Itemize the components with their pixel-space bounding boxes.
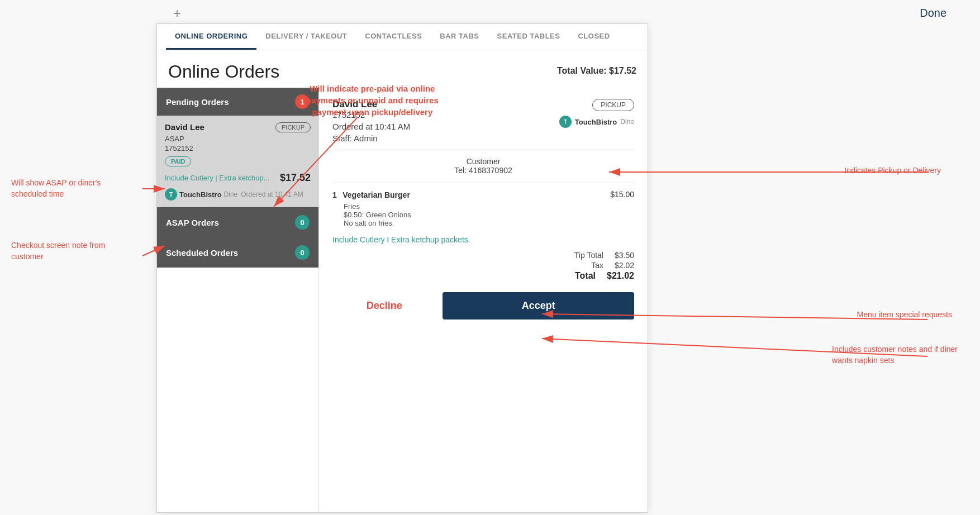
pending-orders-title: Pending Orders [166,97,229,107]
right-panel: David Lee 1752152 Ordered at 10:41 AM St… [319,88,648,512]
content-wrapper: Pending Orders 1 David Lee PICKUP ASAP 1… [157,88,648,512]
tb-dine: Dine [224,190,238,198]
page-title: Online Orders [168,61,279,82]
order-source: T TouchBistro Dine Ordered at 10:41 AM [165,188,311,201]
detail-tb-brand: TouchBistro [575,118,617,126]
accept-button[interactable]: Accept [443,292,634,320]
add-icon[interactable]: + [173,6,181,21]
totals-section: Tip Total $3.50 Tax $2.02 Total $21.02 [332,251,634,281]
tax-row: Tax $2.02 [332,261,634,270]
tax-value: $2.02 [615,261,634,270]
customer-tel: Tel: 4168370902 [332,166,634,175]
detail-pickup-badge: PICKUP [592,99,634,111]
scheduled-orders-badge: 0 [295,245,310,260]
customer-note: Include Cutlery I Extra ketchup packets. [332,235,634,244]
detail-staff: Staff: Admin [332,133,410,143]
detail-ordered-at: Ordered at 10:41 AM [332,122,410,131]
order-pickup-badge: PICKUP [275,122,311,132]
customer-label: Customer [332,157,634,166]
tab-bar-tabs[interactable]: BAR TABS [431,24,488,50]
item-modifier-1: Fries [344,202,634,211]
action-buttons: Decline Accept [332,292,634,320]
divider-2 [332,183,634,183]
tab-seated-tables[interactable]: SEATED TABLES [488,24,569,50]
paid-badge: PAID [165,156,191,166]
pending-orders-header: Pending Orders 1 [157,88,318,116]
total-label: Total [575,271,596,281]
divider-1 [332,150,634,150]
tab-online-ordering[interactable]: ONLINE ORDERING [166,24,256,50]
order-time: ASAP [165,135,311,143]
tb-logo-right: T TouchBistro Dine [559,116,634,128]
annotation-menu-special: Menu item special requests [857,309,952,321]
item-name: Vegetarian Burger [342,190,410,199]
order-id: 1752152 [165,144,311,152]
scheduled-orders-header[interactable]: Scheduled Orders 0 [157,237,318,268]
scheduled-orders-title: Scheduled Orders [166,248,238,258]
order-card[interactable]: David Lee PICKUP ASAP 1752152 PAID Inclu… [157,116,318,207]
annotation-asap: Will show ASAP or diner'sscheduled time [11,178,101,199]
order-notes: Include Cutlery | Extra ketchup... [165,174,270,182]
total-row: Total $21.02 [332,271,634,281]
total-value-detail: $21.02 [607,271,634,281]
tab-delivery-takeout[interactable]: DELIVERY / TAKEOUT [256,24,356,50]
left-panel: Pending Orders 1 David Lee PICKUP ASAP 1… [157,88,319,512]
table-row: 1 Vegetarian Burger $15.00 [332,190,634,200]
total-value: Total Value: $17.52 [557,61,636,76]
item-price: $15.00 [610,190,634,199]
page-header: Online Orders Total Value: $17.52 [157,50,648,88]
detail-tb-icon: T [559,116,572,128]
asap-orders-header[interactable]: ASAP Orders 0 [157,207,318,237]
tab-bar: ONLINE ORDERING DELIVERY / TAKEOUT CONTA… [157,24,648,50]
order-items: 1 Vegetarian Burger $15.00 Fries $0.50: … [332,190,634,227]
annotation-customer-notes: Includes customer notes and if dinerwant… [832,344,958,366]
tab-contactless[interactable]: CONTACTLESS [356,24,431,50]
tip-row: Tip Total $3.50 [332,251,634,260]
tb-icon: T [165,188,177,201]
order-customer-name: David Lee [165,122,204,132]
detail-tb-dine: Dine [620,118,634,126]
item-special-request: No salt on fries. [344,219,634,227]
tb-brand: TouchBistro [179,190,222,199]
customer-contact: Customer Tel: 4168370902 [332,157,634,175]
item-modifier-2: $0.50: Green Onions [344,211,634,219]
tax-label: Tax [591,261,603,270]
asap-orders-title: ASAP Orders [166,218,219,227]
annotation-payment: Will indicate pre-paid via onlinepayment… [306,83,439,118]
order-amount: $17.52 [280,172,311,184]
asap-orders-badge: 0 [295,215,310,230]
tip-label: Tip Total [574,251,603,260]
annotation-checkout: Checkout screen note fromcustomer [11,240,105,262]
tip-value: $3.50 [615,251,634,260]
order-time-stamp: Ordered at 10:41 AM [241,190,303,198]
tab-closed[interactable]: CLOSED [569,24,619,50]
decline-button[interactable]: Decline [332,292,436,320]
done-button[interactable]: Done [920,7,946,20]
item-qty: 1 [332,190,337,199]
annotation-pickup: Indicates Pickup or Delivery [844,165,941,177]
pickup-info: PICKUP T TouchBistro Dine [559,99,634,128]
